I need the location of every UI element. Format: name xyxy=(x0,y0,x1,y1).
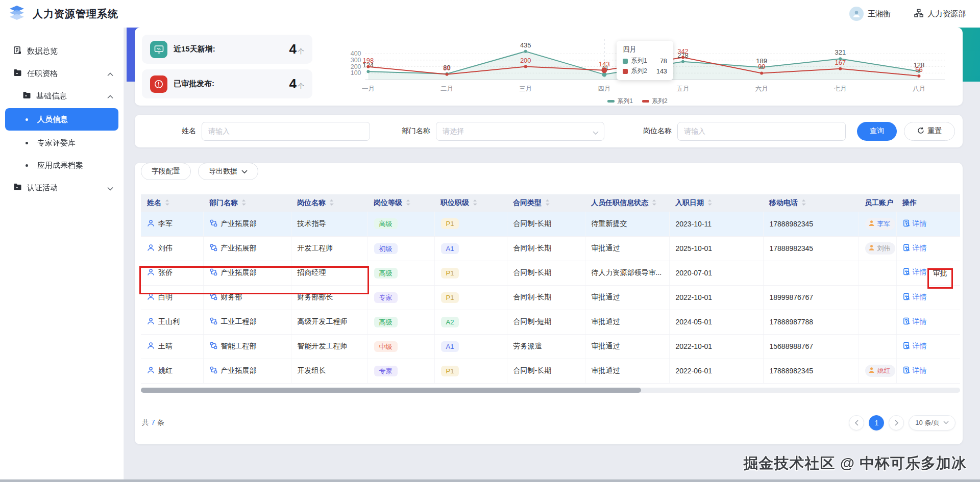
department-cell: 产业拓展部 xyxy=(210,244,288,253)
employee-table: 姓名部门名称岗位名称岗位等级职位职级合同类型人员任职信息状态入职日期移动电话员工… xyxy=(141,194,960,384)
hire-date-cell: 2020-07-01 xyxy=(669,261,763,285)
column-header[interactable]: 姓名 xyxy=(141,194,203,212)
column-header[interactable]: 移动电话 xyxy=(763,194,859,212)
sidebar-item-6[interactable]: 认证活动 xyxy=(0,176,124,199)
next-page-button[interactable] xyxy=(889,415,904,430)
contract-cell: 合同制-长期 xyxy=(507,359,585,383)
person-icon xyxy=(147,219,155,229)
chevron-up-icon xyxy=(107,69,113,78)
svg-text:100: 100 xyxy=(351,69,361,77)
contract-cell: 合同制-长期 xyxy=(507,236,585,261)
account-badge[interactable]: 刘伟 xyxy=(865,242,895,255)
detail-link[interactable]: 详情 xyxy=(903,219,927,229)
chevron-down-icon xyxy=(593,129,599,137)
table-row: 李军 产业拓展部 技术指导 高级 P1 合同制-长期 待重新提交 2023-10… xyxy=(141,212,960,236)
user-menu[interactable]: 王湘衡 xyxy=(849,7,891,21)
sidebar-item-1[interactable]: 任职资格 xyxy=(0,62,124,85)
detail-icon xyxy=(903,219,911,229)
status-cell: 审批通过 xyxy=(585,236,669,261)
column-header[interactable]: 部门名称 xyxy=(203,194,291,212)
column-header[interactable]: 入职日期 xyxy=(669,194,763,212)
page-number[interactable]: 1 xyxy=(869,415,884,430)
approve-link[interactable]: 审批 xyxy=(933,269,947,278)
hire-date-cell: 2022-10-01 xyxy=(669,334,763,359)
person-fill-icon xyxy=(868,220,875,228)
page-size-select[interactable]: 10 条/页 xyxy=(909,415,955,430)
bullet-icon xyxy=(26,142,28,144)
status-cell: 待人力资源部领导审... xyxy=(585,261,669,285)
post-cell: 智能开发工程师 xyxy=(291,334,368,359)
sidebar-item-0[interactable]: 数据总览 xyxy=(0,40,124,62)
department-cell: 产业拓展部 xyxy=(210,268,288,277)
user-avatar xyxy=(849,7,864,21)
table-row: 张侨 产业拓展部 招商经理 高级 P1 合同制-长期 待人力资源部领导审... … xyxy=(141,261,960,285)
detail-icon xyxy=(903,268,911,277)
reset-button[interactable]: 重置 xyxy=(904,122,955,141)
app-logo-icon xyxy=(8,5,26,23)
export-data-button[interactable]: 导出数据 xyxy=(198,163,258,180)
dept-filter-select[interactable] xyxy=(436,122,604,141)
prev-page-button[interactable] xyxy=(849,415,864,430)
phone-cell: 17888987788 xyxy=(763,310,859,334)
hire-date-cell: 2025-10-01 xyxy=(669,236,763,261)
legend-item[interactable]: 系列2 xyxy=(642,97,668,106)
hire-date-cell: 2023-10-11 xyxy=(669,212,763,236)
detail-link[interactable]: 详情 xyxy=(903,366,927,375)
name-filter-input[interactable] xyxy=(202,122,370,141)
department-cell: 智能工程部 xyxy=(210,342,288,351)
sidebar-item-5[interactable]: 应用成果档案 xyxy=(0,154,124,176)
svg-text:80: 80 xyxy=(443,64,450,72)
table-row: 刘伟 产业拓展部 开发工程师 初级 A1 合同制-长期 审批通过 2025-10… xyxy=(141,236,960,261)
department-menu[interactable]: 人力资源部 xyxy=(914,9,966,19)
monitor-icon xyxy=(150,41,167,58)
post-cell: 技术指导 xyxy=(291,212,368,236)
column-header[interactable]: 岗位名称 xyxy=(291,194,368,212)
post-cell: 招商经理 xyxy=(291,261,368,285)
phone-cell xyxy=(763,261,859,285)
sidebar-item-4[interactable]: 专家评委库 xyxy=(0,132,124,154)
column-header[interactable]: 合同类型 xyxy=(507,194,585,212)
department-cell: 财务部 xyxy=(210,293,288,302)
sidebar-item-3[interactable]: 人员信息 xyxy=(5,108,118,131)
person-fill-icon xyxy=(868,244,875,252)
chevron-up-icon xyxy=(107,92,113,100)
table-scrollbar-track xyxy=(141,388,960,393)
detail-icon xyxy=(903,317,911,326)
phone-cell: 17888982345 xyxy=(763,212,859,236)
post-cell: 开发组长 xyxy=(291,359,368,383)
field-config-button[interactable]: 字段配置 xyxy=(141,163,191,180)
detail-link[interactable]: 详情 xyxy=(903,268,927,277)
person-icon xyxy=(147,244,155,253)
rank-tag: P1 xyxy=(441,218,459,229)
alert-icon xyxy=(150,75,167,93)
sidebar-item-2[interactable]: 基础信息 xyxy=(0,85,124,107)
detail-link[interactable]: 详情 xyxy=(903,293,927,302)
folder-icon xyxy=(13,69,22,78)
detail-link[interactable]: 详情 xyxy=(903,317,927,326)
employee-name: 张侨 xyxy=(147,268,200,277)
app-title: 人力资源管理系统 xyxy=(33,7,118,21)
detail-link[interactable]: 详情 xyxy=(903,342,927,351)
svg-text:六月: 六月 xyxy=(755,85,768,92)
dashboard-icon xyxy=(13,46,22,56)
contract-cell: 劳务派遣 xyxy=(507,334,585,359)
department-cell: 产业拓展部 xyxy=(210,366,288,375)
svg-text:二月: 二月 xyxy=(440,85,453,92)
legend-item[interactable]: 系列1 xyxy=(607,97,633,106)
search-button[interactable]: 查询 xyxy=(857,122,897,141)
rank-tag: A1 xyxy=(441,243,459,254)
account-badge[interactable]: 姚红 xyxy=(865,365,895,377)
table-scrollbar-thumb[interactable] xyxy=(141,388,641,393)
table-row: 姚红 产业拓展部 开发组长 专家 P1 合同制-长期 审批通过 2022-06-… xyxy=(141,359,960,383)
account-badge[interactable]: 李军 xyxy=(865,218,895,230)
svg-text:八月: 八月 xyxy=(913,85,925,92)
column-header[interactable]: 职位职级 xyxy=(434,194,507,212)
window-scrollbar[interactable] xyxy=(0,479,980,482)
column-header[interactable]: 岗位等级 xyxy=(368,194,434,212)
stat-card-1: 已审批发布: 4个 xyxy=(142,69,312,98)
post-filter-input[interactable] xyxy=(677,122,846,141)
grade-tag: 专家 xyxy=(374,366,398,376)
column-header[interactable]: 人员任职信息状态 xyxy=(585,194,669,212)
detail-link[interactable]: 详情 xyxy=(903,244,927,253)
employee-name: 王晴 xyxy=(147,342,200,351)
